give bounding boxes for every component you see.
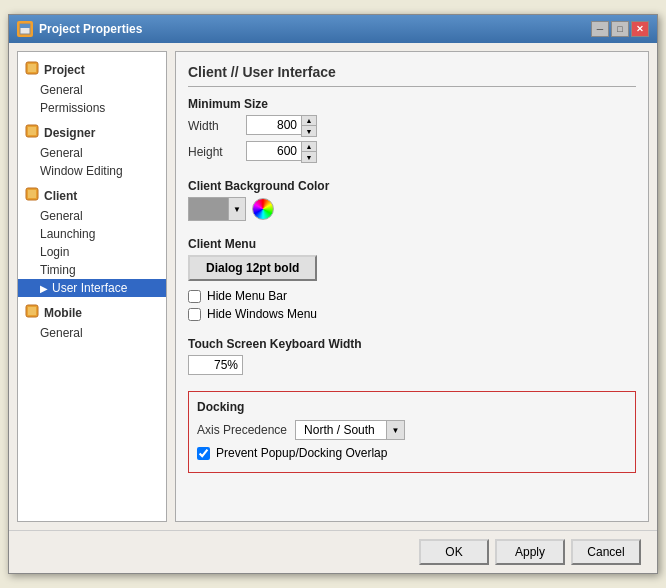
width-label: Width: [188, 119, 238, 133]
sidebar-item-timing[interactable]: Timing: [18, 261, 166, 279]
sidebar-section-designer: Designer General Window Editing: [18, 119, 166, 182]
designer-category-icon: [24, 123, 40, 142]
color-dropdown-arrow[interactable]: ▼: [229, 198, 245, 220]
height-input[interactable]: [246, 141, 301, 161]
main-panel: Client // User Interface Minimum Size Wi…: [175, 51, 649, 522]
touch-kb-input[interactable]: [188, 355, 243, 375]
touch-kb-label: Touch Screen Keyboard Width: [188, 337, 636, 351]
width-spinner: ▲ ▼: [246, 115, 317, 137]
hide-windows-menu-row: Hide Windows Menu: [188, 307, 636, 321]
client-category-icon: [24, 186, 40, 205]
hide-menu-bar-checkbox[interactable]: [188, 290, 201, 303]
window-icon: [17, 21, 33, 37]
sidebar-item-label: General: [40, 83, 83, 97]
docking-title: Docking: [197, 400, 627, 414]
sidebar-item-launching[interactable]: Launching: [18, 225, 166, 243]
height-spin-up[interactable]: ▲: [302, 142, 316, 152]
hide-menu-bar-row: Hide Menu Bar: [188, 289, 636, 303]
project-properties-window: Project Properties ─ □ ✕ Project: [8, 14, 658, 574]
sidebar-category-client[interactable]: Client: [18, 184, 166, 207]
docking-section: Docking Axis Precedence North / South ▼ …: [188, 391, 636, 473]
axis-select-value: North / South: [296, 421, 386, 439]
color-dropdown[interactable]: ▼: [188, 197, 246, 221]
hide-menu-bar-label: Hide Menu Bar: [207, 289, 287, 303]
hide-windows-menu-label: Hide Windows Menu: [207, 307, 317, 321]
apply-button[interactable]: Apply: [495, 539, 565, 565]
width-input[interactable]: [246, 115, 301, 135]
cancel-button[interactable]: Cancel: [571, 539, 641, 565]
panel-title: Client // User Interface: [188, 64, 636, 87]
footer: OK Apply Cancel: [9, 530, 657, 573]
svg-rect-7: [28, 190, 36, 198]
svg-rect-5: [28, 127, 36, 135]
width-row: Width ▲ ▼: [188, 115, 636, 137]
sidebar-item-label: Client: [44, 189, 77, 203]
sidebar-item-login[interactable]: Login: [18, 243, 166, 261]
ok-button[interactable]: OK: [419, 539, 489, 565]
sidebar-item-client-general[interactable]: General: [18, 207, 166, 225]
sidebar-category-project[interactable]: Project: [18, 58, 166, 81]
sidebar-category-mobile[interactable]: Mobile: [18, 301, 166, 324]
axis-precedence-label: Axis Precedence: [197, 423, 287, 437]
color-wheel-icon[interactable]: [252, 198, 274, 220]
touch-kb-section: Touch Screen Keyboard Width: [188, 337, 636, 375]
axis-precedence-row: Axis Precedence North / South ▼: [197, 420, 627, 440]
width-spin-down[interactable]: ▼: [302, 126, 316, 136]
sidebar-item-label: General: [40, 326, 83, 340]
touch-kb-row: [188, 355, 636, 375]
height-row: Height ▲ ▼: [188, 141, 636, 163]
sidebar-item-label: Project: [44, 63, 85, 77]
prevent-overlap-row: Prevent Popup/Docking Overlap: [197, 446, 627, 460]
height-spinner: ▲ ▼: [246, 141, 317, 163]
sidebar-section-client: Client General Launching Login Timing ▶ …: [18, 182, 166, 299]
sidebar: Project General Permissions: [17, 51, 167, 522]
svg-rect-1: [20, 24, 30, 28]
sidebar-item-designer-general[interactable]: General: [18, 144, 166, 162]
axis-select-dropdown[interactable]: North / South ▼: [295, 420, 405, 440]
width-spinner-buttons: ▲ ▼: [301, 115, 317, 137]
sidebar-item-label: General: [40, 209, 83, 223]
sidebar-item-label: Permissions: [40, 101, 105, 115]
window-controls: ─ □ ✕: [591, 21, 649, 37]
mobile-category-icon: [24, 303, 40, 322]
close-button[interactable]: ✕: [631, 21, 649, 37]
sidebar-item-user-interface[interactable]: ▶ User Interface: [18, 279, 166, 297]
svg-rect-9: [28, 307, 36, 315]
client-menu-label: Client Menu: [188, 237, 636, 251]
height-label: Height: [188, 145, 238, 159]
project-category-icon: [24, 60, 40, 79]
maximize-button[interactable]: □: [611, 21, 629, 37]
sidebar-section-mobile: Mobile General: [18, 299, 166, 344]
height-spinner-buttons: ▲ ▼: [301, 141, 317, 163]
sidebar-item-label: Mobile: [44, 306, 82, 320]
sidebar-item-label: General: [40, 146, 83, 160]
prevent-overlap-label: Prevent Popup/Docking Overlap: [216, 446, 387, 460]
selected-arrow-icon: ▶: [40, 283, 48, 294]
height-spin-down[interactable]: ▼: [302, 152, 316, 162]
title-bar: Project Properties ─ □ ✕: [9, 15, 657, 43]
color-swatch: [189, 198, 229, 220]
sidebar-item-label: Launching: [40, 227, 95, 241]
sidebar-item-window-editing[interactable]: Window Editing: [18, 162, 166, 180]
minimize-button[interactable]: ─: [591, 21, 609, 37]
sidebar-section-project: Project General Permissions: [18, 56, 166, 119]
minimum-size-section: Minimum Size Width ▲ ▼ Height: [188, 97, 636, 167]
axis-dropdown-arrow-icon[interactable]: ▼: [386, 421, 404, 439]
menu-font-button[interactable]: Dialog 12pt bold: [188, 255, 317, 281]
bg-color-section: Client Background Color ▼: [188, 179, 636, 225]
prevent-overlap-checkbox[interactable]: [197, 447, 210, 460]
client-menu-section: Client Menu Dialog 12pt bold Hide Menu B…: [188, 237, 636, 325]
sidebar-item-label: Timing: [40, 263, 76, 277]
color-row: ▼: [188, 197, 636, 221]
sidebar-item-mobile-general[interactable]: General: [18, 324, 166, 342]
sidebar-item-project-permissions[interactable]: Permissions: [18, 99, 166, 117]
hide-windows-menu-checkbox[interactable]: [188, 308, 201, 321]
svg-rect-3: [28, 64, 36, 72]
sidebar-item-label: Designer: [44, 126, 95, 140]
width-spin-up[interactable]: ▲: [302, 116, 316, 126]
bg-color-label: Client Background Color: [188, 179, 636, 193]
window-title: Project Properties: [39, 22, 591, 36]
minimum-size-label: Minimum Size: [188, 97, 636, 111]
sidebar-category-designer[interactable]: Designer: [18, 121, 166, 144]
sidebar-item-project-general[interactable]: General: [18, 81, 166, 99]
